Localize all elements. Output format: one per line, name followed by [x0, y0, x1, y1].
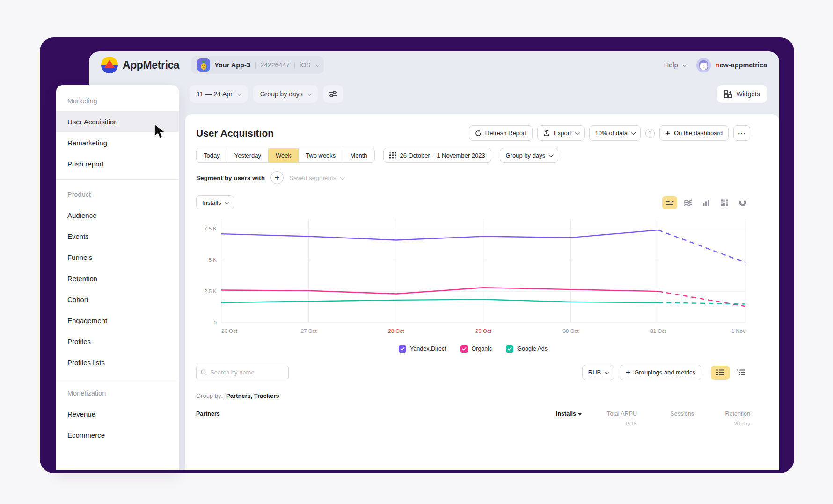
column-total-arpu[interactable]: Total ARPU RUB [582, 410, 637, 426]
tab-week[interactable]: Week [269, 148, 299, 162]
column-partners[interactable]: Partners [196, 410, 511, 417]
tree-view-toggle[interactable] [731, 366, 750, 380]
help-question-icon[interactable]: ? [645, 129, 655, 138]
app-platform: iOS [300, 61, 310, 69]
chevron-down-icon [315, 62, 320, 67]
bar-chart-icon [702, 199, 710, 206]
legend-label: Organic [472, 346, 492, 352]
calendar-range-button[interactable]: 26 October – 1 November 2023 [383, 148, 491, 163]
tree-view-icon [737, 369, 745, 375]
username[interactable]: new-appmetrica [716, 61, 767, 69]
sidebar-item-ecommerce[interactable]: Ecommerce [56, 425, 179, 446]
export-label: Export [554, 130, 571, 137]
page-title: User Acquisition [196, 128, 274, 139]
legend-yandex-direct[interactable]: Yandex.Direct [399, 345, 446, 353]
sampling-dropdown[interactable]: 10% of data [589, 125, 641, 141]
sidebar-item-audience[interactable]: Audience [56, 205, 179, 226]
sidebar-item-revenue[interactable]: Revenue [56, 403, 179, 425]
sidebar-item-funnels[interactable]: Funnels [56, 247, 179, 268]
search-icon [201, 369, 207, 375]
column-retention[interactable]: Retention 20 day [694, 410, 750, 426]
report-controls: Refresh Report Export 10% of data [469, 125, 750, 141]
report-card: User Acquisition Refresh Report [185, 114, 779, 470]
chart-group-by-dropdown[interactable]: Group by days [500, 148, 559, 163]
column-retention-sub: 20 day [694, 421, 750, 426]
groupings-metrics-button[interactable]: + Groupings and metrics [620, 365, 701, 380]
line-chart-type-button[interactable] [662, 196, 677, 209]
sidebar-item-events[interactable]: Events [56, 226, 179, 247]
installs-chart[interactable]: 02.5 K5 K7.5 K26 Oct27 Oct28 Oct29 Oct30… [196, 211, 749, 343]
widgets-button[interactable]: Widgets [717, 85, 767, 103]
list-view-toggle[interactable] [711, 366, 730, 380]
refresh-icon [475, 130, 482, 137]
group-by-summary: Group by: Partners, Trackers [196, 392, 750, 399]
legend-google-ads[interactable]: Google Ads [506, 345, 548, 353]
date-range-dropdown[interactable]: 11 — 24 Apr [190, 85, 248, 103]
chart-type-switcher [662, 196, 750, 209]
metric-dropdown[interactable]: Installs [196, 195, 234, 209]
currency-dropdown[interactable]: RUB [582, 365, 614, 380]
legend-label: Google Ads [517, 346, 548, 352]
column-installs[interactable]: Installs [511, 410, 582, 417]
sidebar-item-push-report[interactable]: Push report [56, 153, 179, 174]
checkbox-checked-icon[interactable] [506, 345, 513, 353]
add-segment-button[interactable]: + [270, 171, 284, 184]
view-toggle-group [711, 366, 750, 380]
filter-settings-button[interactable] [323, 85, 343, 103]
svg-text:31 Oct: 31 Oct [650, 328, 666, 334]
stacked-area-chart-type-button[interactable] [680, 196, 695, 209]
export-button[interactable]: Export [537, 125, 585, 141]
sidebar-item-profiles[interactable]: Profiles [56, 331, 179, 352]
app-window: AppMetrica Your App-3 | 24226447 | iOS [89, 51, 779, 470]
tab-month[interactable]: Month [343, 148, 374, 162]
currency-label: RUB [588, 369, 601, 376]
help-label: Help [664, 61, 678, 69]
global-toolbar: 11 — 24 Apr Group by days [190, 83, 767, 105]
sort-desc-icon [578, 413, 582, 416]
tab-two-weeks[interactable]: Two weeks [299, 148, 343, 162]
chevron-down-icon [225, 200, 229, 204]
checkbox-checked-icon[interactable] [460, 345, 468, 353]
chevron-down-icon [237, 91, 242, 96]
search-box[interactable] [196, 366, 289, 379]
tab-yesterday[interactable]: Yesterday [227, 148, 269, 162]
calendar-grid-icon [389, 152, 396, 159]
help-menu[interactable]: Help [664, 61, 685, 69]
sidebar-item-retention[interactable]: Retention [56, 268, 179, 289]
group-by-value[interactable]: Partners, Trackers [226, 392, 279, 399]
widgets-label: Widgets [736, 90, 760, 98]
table-tools-right: RUB + Groupings and metrics [582, 365, 750, 380]
tab-today[interactable]: Today [197, 148, 227, 162]
sidebar-item-cohort[interactable]: Cohort [56, 289, 179, 310]
group-by-dropdown[interactable]: Group by days [253, 85, 318, 103]
sidebar-item-remarketing[interactable]: Remarketing [56, 132, 179, 153]
chevron-down-icon [549, 152, 554, 157]
search-input[interactable] [210, 369, 280, 376]
group-by-label: Group by days [260, 90, 303, 98]
more-icon: ⋯ [738, 129, 746, 137]
stacked-bar-chart-type-button[interactable] [717, 196, 732, 209]
refresh-report-button[interactable]: Refresh Report [469, 125, 533, 141]
sidebar-item-engagement[interactable]: Engagement [56, 310, 179, 331]
svg-text:1 Nov: 1 Nov [731, 328, 745, 334]
table-header: Partners Installs Total ARPU RUB Session… [196, 410, 750, 426]
app-selector[interactable]: Your App-3 | 24226447 | iOS [191, 56, 323, 74]
stacked-area-icon [684, 199, 692, 206]
sidebar-item-user-acquisition[interactable]: User Acquisition [56, 111, 179, 132]
svg-text:5 K: 5 K [209, 257, 217, 263]
svg-text:26 Oct: 26 Oct [221, 328, 238, 334]
saved-segments-dropdown[interactable]: Saved segments [289, 174, 343, 181]
checkbox-checked-icon[interactable] [399, 345, 406, 353]
column-sessions[interactable]: Sessions [637, 410, 694, 417]
user-avatar[interactable] [696, 58, 711, 72]
chevron-down-icon [340, 175, 345, 180]
table-tools-row: RUB + Groupings and metrics [196, 365, 750, 380]
more-actions-button[interactable]: ⋯ [733, 125, 750, 141]
pie-chart-icon [739, 199, 746, 206]
sliders-icon [329, 90, 337, 98]
legend-organic[interactable]: Organic [460, 345, 492, 353]
add-to-dashboard-button[interactable]: + On the dashboard [659, 125, 729, 141]
bar-chart-type-button[interactable] [699, 196, 714, 209]
sidebar-item-profiles-lists[interactable]: Profiles lists [56, 352, 179, 373]
pie-chart-type-button[interactable] [735, 196, 750, 209]
